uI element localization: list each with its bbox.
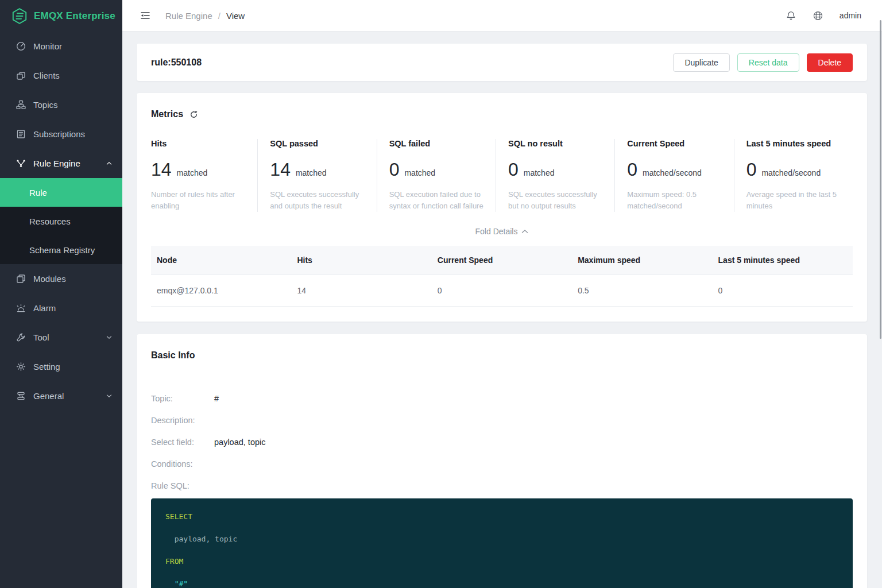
column-header: Last 5 minutes speed (713, 246, 853, 275)
field-conditions: Conditions: (151, 459, 853, 481)
brand-logo[interactable]: EMQX Enterprise (0, 0, 122, 32)
scrollbar-thumb[interactable] (880, 20, 881, 339)
header-actions: admin (786, 10, 861, 21)
sidebar-item-label: Subscriptions (33, 129, 85, 139)
breadcrumb-view: View (226, 11, 245, 21)
metric-value: 0 (746, 159, 757, 180)
cell-hits: 14 (291, 275, 431, 307)
sidebar-item-rule-engine[interactable]: Rule Engine (0, 149, 122, 178)
sidebar-item-label: Setting (33, 362, 60, 372)
metrics-section: Metrics Hits 14matched Number of rules h… (137, 93, 867, 322)
emqx-logo-icon (11, 7, 28, 25)
page-title: rule:550108 (151, 57, 202, 68)
sidebar-item-label: Schema Registry (29, 245, 95, 255)
sidebar-item-clients[interactable]: Clients (0, 61, 122, 90)
modules-icon (16, 274, 26, 284)
sidebar-item-label: Clients (33, 71, 60, 80)
sql-line: FROM (165, 550, 838, 572)
metric-value: 0 (389, 159, 400, 180)
sql-line: SELECT (165, 505, 838, 528)
chevron-down-icon (106, 335, 112, 340)
metric-value: 14 (151, 159, 172, 180)
refresh-icon[interactable] (189, 110, 198, 119)
alarm-icon (16, 303, 26, 313)
breadcrumb-rule-engine[interactable]: Rule Engine (165, 11, 212, 21)
metric-sql-no-result: SQL no result 0matched SQL executes succ… (496, 139, 614, 212)
basic-info-section: Basic Info Topic: # Description: Select … (137, 334, 867, 588)
metric-value: 0 (508, 159, 519, 180)
chevron-down-icon (106, 393, 112, 399)
sidebar-item-resources[interactable]: Resources (0, 207, 122, 235)
cell-last-5-minutes-speed: 0 (713, 275, 853, 307)
general-icon (16, 391, 26, 401)
sidebar-item-label: Rule Engine (33, 158, 80, 168)
cell-maximum-speed: 0.5 (572, 275, 712, 307)
breadcrumb-separator: / (218, 11, 220, 21)
sidebar: EMQX Enterprise Monitor Clients Topics S… (0, 0, 122, 588)
sidebar-item-subscriptions[interactable]: Subscriptions (0, 119, 122, 149)
node-metrics-table: Node Hits Current Speed Maximum speed La… (151, 246, 853, 307)
subscriptions-icon (16, 129, 26, 139)
field-description: Description: (151, 416, 853, 438)
column-header: Current Speed (432, 246, 572, 275)
sidebar-item-label: Rule (29, 188, 47, 198)
fold-details-toggle[interactable]: Fold Details (137, 227, 867, 236)
sidebar-item-schema-registry[interactable]: Schema Registry (0, 235, 122, 264)
basic-info-title: Basic Info (151, 350, 853, 361)
metric-current-speed: Current Speed 0matched/second Maximum sp… (614, 139, 733, 212)
sidebar-item-rule[interactable]: Rule (0, 178, 122, 207)
column-header: Node (151, 246, 291, 275)
cell-node: emqx@127.0.0.1 (151, 275, 291, 307)
field-topic: Topic: # (151, 394, 853, 416)
sidebar-item-monitor[interactable]: Monitor (0, 32, 122, 61)
clients-icon (16, 71, 26, 80)
metric-last-5-minutes-speed: Last 5 minutes speed 0matched/second Ave… (734, 139, 853, 212)
sidebar-item-label: Tool (33, 332, 49, 342)
metric-sql-passed: SQL passed 14matched SQL executes succes… (257, 139, 376, 212)
sql-line: "#" (165, 572, 838, 588)
brand-name: EMQX Enterprise (34, 10, 115, 22)
sidebar-item-label: Alarm (33, 303, 56, 313)
field-select-field: Select field: payload, topic (151, 438, 853, 459)
table-header-row: Node Hits Current Speed Maximum speed La… (151, 246, 853, 275)
column-header: Maximum speed (572, 246, 712, 275)
monitor-icon (16, 41, 26, 51)
language-globe-icon[interactable] (813, 10, 823, 21)
notification-bell-icon[interactable] (786, 10, 796, 21)
metric-sql-failed: SQL failed 0matched SQL execution failed… (377, 139, 496, 212)
metrics-title: Metrics (151, 109, 183, 119)
sidebar-item-label: General (33, 391, 64, 401)
column-header: Hits (291, 246, 431, 275)
top-header: Rule Engine / View admin (122, 0, 882, 32)
sidebar-item-tool[interactable]: Tool (0, 323, 122, 352)
cell-current-speed: 0 (432, 275, 572, 307)
metric-cards: Hits 14matched Number of rules hits afte… (137, 139, 867, 212)
sidebar-item-label: Monitor (33, 41, 62, 51)
topics-icon (16, 100, 26, 110)
user-menu[interactable]: admin (840, 11, 861, 20)
sidebar-item-general[interactable]: General (0, 381, 122, 411)
setting-icon (16, 362, 26, 372)
metric-value: 0 (627, 159, 637, 180)
sidebar-item-setting[interactable]: Setting (0, 352, 122, 381)
sidebar-item-alarm[interactable]: Alarm (0, 293, 122, 323)
sidebar-item-topics[interactable]: Topics (0, 90, 122, 119)
chevron-up-icon (521, 229, 528, 234)
sidebar-collapse-icon[interactable] (140, 10, 151, 21)
field-rule-sql: Rule SQL: (151, 481, 853, 497)
metric-hits: Hits 14matched Number of rules hits afte… (151, 139, 257, 212)
sidebar-item-label: Topics (33, 100, 58, 110)
breadcrumb: Rule Engine / View (165, 11, 245, 21)
rule-actions: Duplicate Reset data Delete (673, 53, 853, 72)
duplicate-button[interactable]: Duplicate (673, 53, 729, 72)
sidebar-item-modules[interactable]: Modules (0, 264, 122, 293)
sidebar-item-label: Modules (33, 274, 66, 284)
sidebar-item-label: Resources (29, 216, 71, 226)
sql-line: payload, topic (165, 528, 838, 550)
tool-icon (16, 332, 26, 342)
delete-button[interactable]: Delete (807, 53, 853, 72)
rule-engine-icon (16, 158, 26, 168)
rule-title-bar: rule:550108 Duplicate Reset data Delete (137, 44, 867, 81)
reset-data-button[interactable]: Reset data (737, 53, 799, 72)
metric-value: 14 (270, 159, 291, 180)
